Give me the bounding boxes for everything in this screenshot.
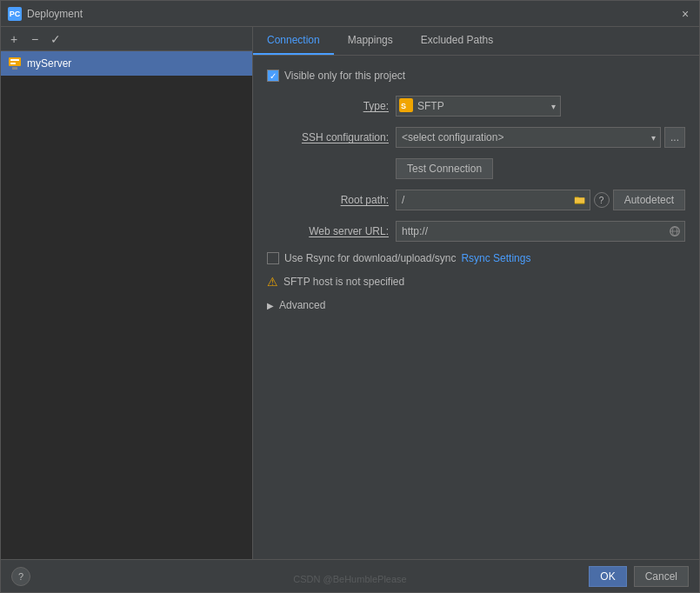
root-path-help-icon[interactable]: ? <box>594 192 610 208</box>
tab-mappings[interactable]: Mappings <box>334 27 407 55</box>
title-bar: PC Deployment × <box>1 1 699 27</box>
web-server-url-globe-icon[interactable] <box>665 222 684 241</box>
warning-icon: ⚠ <box>267 275 278 289</box>
tab-connection[interactable]: Connection <box>253 27 334 55</box>
svg-rect-1 <box>10 59 19 61</box>
bottom-left: ? <box>11 567 582 586</box>
advanced-row[interactable]: ▶ Advanced <box>267 299 685 311</box>
server-icon <box>8 57 22 70</box>
web-server-url-label: Web server URL: <box>267 225 389 237</box>
tab-excluded-paths[interactable]: Excluded Paths <box>407 27 507 55</box>
server-list: myServer <box>1 51 252 559</box>
advanced-arrow-icon: ▶ <box>267 301 274 310</box>
type-label: Type: <box>267 100 389 112</box>
root-path-input[interactable] <box>397 191 570 209</box>
help-button[interactable]: ? <box>11 567 30 586</box>
type-select[interactable]: SFTP <box>396 96 561 117</box>
left-toolbar: + − ✓ <box>1 27 252 51</box>
warning-row: ⚠ SFTP host is not specified <box>267 275 685 289</box>
app-icon: PC <box>8 7 22 21</box>
test-connection-button[interactable]: Test Connection <box>396 158 493 179</box>
ssh-config-select[interactable]: <select configuration> <box>396 127 661 148</box>
type-row: Type: SFTP S <box>267 96 685 117</box>
ok-button[interactable]: OK <box>589 566 626 587</box>
web-server-url-input-wrapper <box>396 221 685 242</box>
ssh-config-row: SSH configuration: <select configuration… <box>267 127 685 148</box>
remove-server-button[interactable]: − <box>25 30 44 49</box>
add-server-button[interactable]: + <box>4 30 23 49</box>
svg-rect-2 <box>10 63 16 64</box>
root-path-input-wrapper <box>396 190 590 210</box>
cancel-button[interactable]: Cancel <box>634 566 689 587</box>
ssh-config-browse-button[interactable]: ... <box>664 127 685 148</box>
rsync-settings-link[interactable]: Rsync Settings <box>461 252 530 264</box>
deployment-dialog: PC Deployment × + − ✓ <box>0 0 700 593</box>
web-server-url-input[interactable] <box>397 223 665 240</box>
close-button[interactable]: × <box>678 7 692 21</box>
confirm-button[interactable]: ✓ <box>46 30 65 49</box>
visible-only-label: Visible only for this project <box>284 70 405 82</box>
advanced-label: Advanced <box>279 299 325 311</box>
bottom-bar: ? OK Cancel <box>1 559 699 592</box>
test-connection-row: Test Connection <box>396 158 685 179</box>
root-path-folder-icon[interactable] <box>570 190 590 210</box>
svg-rect-3 <box>12 67 17 70</box>
visible-only-checkbox[interactable]: ✓ <box>267 70 279 82</box>
web-server-url-row: Web server URL: <box>267 221 685 242</box>
rsync-row: Use Rsync for download/upload/sync Rsync… <box>267 252 685 264</box>
visible-only-row: ✓ Visible only for this project <box>267 70 685 82</box>
tabs: Connection Mappings Excluded Paths <box>253 27 699 56</box>
rsync-label: Use Rsync for download/upload/sync <box>284 252 456 264</box>
left-panel: + − ✓ myServer <box>1 27 253 559</box>
root-path-row: Root path: ? Autodetec <box>267 190 685 210</box>
server-item[interactable]: myServer <box>1 51 252 76</box>
right-panel: Connection Mappings Excluded Paths ✓ Vis… <box>253 27 699 559</box>
ssh-config-label: SSH configuration: <box>267 131 389 143</box>
root-path-label: Root path: <box>267 194 389 206</box>
tab-content: ✓ Visible only for this project Type: SF… <box>253 56 699 559</box>
svg-rect-0 <box>9 57 21 66</box>
server-name: myServer <box>27 57 71 70</box>
main-content: + − ✓ myServer <box>1 27 699 559</box>
rsync-checkbox[interactable] <box>267 252 279 264</box>
autodetect-button[interactable]: Autodetect <box>613 190 685 210</box>
dialog-title: Deployment <box>27 8 678 20</box>
warning-text: SFTP host is not specified <box>283 276 404 288</box>
